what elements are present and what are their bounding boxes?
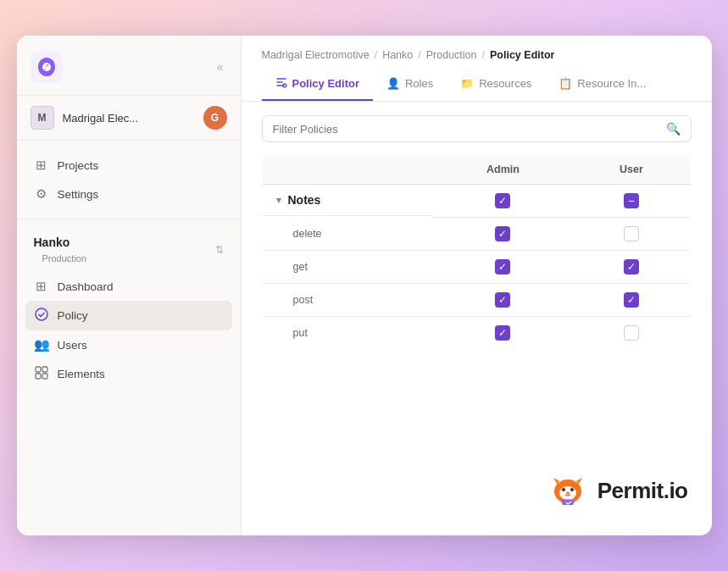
project-env: Production — [42, 253, 87, 263]
policy-table: Admin User ▾Notes✓−delete✓get✓✓post✓✓put… — [262, 154, 692, 350]
resource-instances-tab-icon: 📋 — [559, 77, 572, 90]
breadcrumb-sep: / — [418, 49, 420, 61]
tab-roles[interactable]: 👤 Roles — [373, 70, 447, 100]
checkbox-checked[interactable]: ✓ — [495, 259, 510, 274]
sidebar-item-policy[interactable]: Policy — [25, 301, 232, 330]
svg-point-11 — [566, 492, 570, 495]
settings-icon: ⚙ — [34, 186, 49, 202]
sidebar-item-projects[interactable]: ⊞ Projects — [25, 151, 232, 180]
svg-rect-2 — [36, 367, 41, 372]
table-row: post✓✓ — [262, 284, 691, 317]
org-name: Madrigal Elec... — [63, 112, 195, 125]
sidebar-item-label: Elements — [58, 368, 105, 380]
sidebar-item-label: Users — [58, 339, 87, 352]
sidebar-item-label: Dashboard — [58, 280, 114, 293]
project-name: Hanko — [34, 236, 70, 249]
project-header: Hanko Production ⇅ — [25, 231, 232, 267]
permit-logo-icon — [547, 469, 589, 512]
users-icon: 👥 — [34, 337, 49, 352]
col-resource — [262, 155, 433, 185]
sidebar-item-label: Policy — [58, 309, 88, 322]
sidebar-item-label: Projects — [58, 159, 99, 172]
table-row: delete✓ — [262, 218, 691, 251]
table-row: put✓ — [262, 317, 691, 350]
action-name: get — [262, 251, 433, 284]
permit-brand: Permit.io — [547, 469, 688, 512]
breadcrumb-item: Madrigal Electromotive — [262, 49, 370, 61]
tab-resources[interactable]: 📁 Resources — [447, 70, 545, 100]
table-row: ▾Notes✓− — [262, 185, 691, 218]
svg-rect-5 — [42, 374, 47, 379]
breadcrumb-item: Hanko — [382, 49, 413, 61]
sidebar: « M Madrigal Elec... G ⊞ Projects ⚙ Sett… — [17, 36, 242, 535]
app-logo — [31, 51, 63, 83]
svg-point-9 — [562, 488, 565, 491]
sidebar-item-elements[interactable]: Elements — [25, 359, 232, 389]
roles-tab-icon: 👤 — [386, 77, 400, 90]
user-avatar[interactable]: G — [203, 106, 227, 130]
filter-input[interactable] — [273, 123, 666, 136]
org-row: M Madrigal Elec... G — [17, 96, 241, 141]
sidebar-nav-top: ⊞ Projects ⚙ Settings — [17, 141, 241, 219]
svg-point-1 — [36, 308, 47, 320]
tab-bar: Policy Editor 👤 Roles 📁 Resources 📋 Reso… — [242, 61, 712, 102]
resources-tab-icon: 📁 — [460, 77, 474, 90]
checkbox-partial[interactable]: − — [624, 193, 639, 208]
policy-icon — [34, 308, 49, 324]
svg-point-6 — [283, 84, 286, 87]
sidebar-item-users[interactable]: 👥 Users — [25, 330, 232, 359]
resource-name: Notes — [288, 193, 321, 207]
tab-label: Resource In... — [577, 77, 646, 90]
action-name: put — [262, 317, 433, 350]
policy-editor-tab-icon — [275, 76, 287, 91]
org-initial: M — [31, 106, 54, 130]
dashboard-icon: ⊞ — [34, 279, 49, 294]
table-row: get✓✓ — [262, 251, 691, 284]
sidebar-item-label: Settings — [58, 188, 99, 201]
search-icon: 🔍 — [666, 122, 681, 136]
sort-icon: ⇅ — [215, 244, 224, 256]
filter-bar: 🔍 — [262, 115, 692, 142]
collapse-button[interactable]: « — [214, 57, 227, 77]
app-window: « M Madrigal Elec... G ⊞ Projects ⚙ Sett… — [17, 36, 712, 535]
col-admin: Admin — [433, 155, 572, 185]
action-name: delete — [262, 218, 433, 251]
breadcrumb-sep: / — [375, 49, 377, 61]
tab-policy-editor[interactable]: Policy Editor — [262, 69, 373, 101]
tab-label: Policy Editor — [292, 77, 359, 90]
tab-label: Roles — [405, 77, 433, 90]
breadcrumb: Madrigal Electromotive / Hanko / Product… — [242, 36, 712, 61]
projects-icon: ⊞ — [34, 158, 49, 173]
checkbox-unchecked[interactable] — [624, 325, 639, 341]
checkbox-checked[interactable]: ✓ — [624, 259, 639, 274]
permit-text: Permit.io — [597, 478, 688, 504]
sidebar-item-dashboard[interactable]: ⊞ Dashboard — [25, 272, 232, 301]
checkbox-checked[interactable]: ✓ — [624, 292, 639, 308]
sidebar-top: « — [17, 36, 241, 96]
col-user: User — [572, 155, 691, 185]
svg-point-10 — [570, 488, 574, 491]
elements-icon — [34, 366, 49, 382]
svg-rect-4 — [36, 374, 41, 379]
checkbox-checked[interactable]: ✓ — [495, 325, 510, 341]
tab-resource-instances[interactable]: 📋 Resource In... — [545, 70, 659, 100]
main-content: Madrigal Electromotive / Hanko / Product… — [242, 36, 712, 535]
sidebar-section: Hanko Production ⇅ ⊞ Dashboard Policy — [17, 219, 241, 535]
svg-rect-3 — [42, 367, 47, 372]
breadcrumb-current: Policy Editor — [490, 49, 554, 61]
tab-label: Resources — [479, 77, 531, 90]
breadcrumb-sep: / — [482, 49, 485, 61]
checkbox-checked[interactable]: ✓ — [495, 226, 510, 241]
checkbox-checked[interactable]: ✓ — [495, 292, 510, 308]
breadcrumb-item: Production — [426, 49, 477, 61]
sidebar-item-settings[interactable]: ⚙ Settings — [25, 180, 232, 208]
checkbox-unchecked[interactable] — [624, 226, 639, 241]
checkbox-checked[interactable]: ✓ — [495, 193, 510, 208]
action-name: post — [262, 284, 433, 317]
chevron-down-icon[interactable]: ▾ — [276, 195, 281, 206]
